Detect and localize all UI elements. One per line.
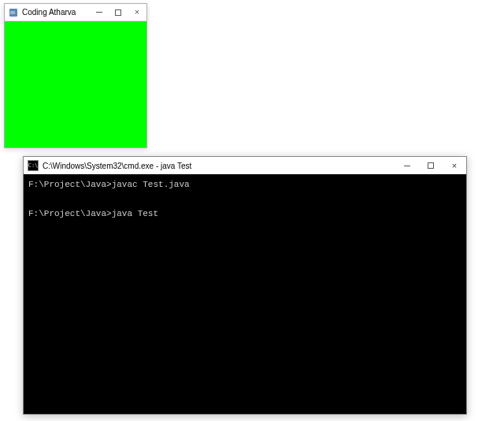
java-app-window: Coding Atharva ×: [4, 3, 147, 148]
cmd-line-blank: [28, 192, 461, 207]
cmd-window: C:\ C:\Windows\System32\cmd.exe - java T…: [23, 156, 467, 415]
cmd-app-icon: C:\: [28, 160, 39, 171]
cmd-terminal[interactable]: F:\Project\Java>javac Test.java F:\Proje…: [24, 174, 466, 414]
svg-rect-0: [9, 9, 17, 17]
cmd-command: java Test: [112, 209, 158, 218]
java-app-icon: [8, 7, 19, 18]
cmd-prompt: F:\Project\Java>: [28, 180, 112, 189]
cmd-window-title: C:\Windows\System32\cmd.exe - java Test: [43, 162, 395, 170]
cmd-command: javac Test.java: [112, 180, 190, 189]
java-window-title: Coding Atharva: [22, 8, 90, 17]
maximize-button[interactable]: [109, 4, 128, 20]
java-content-panel: [5, 21, 146, 147]
cmd-line: F:\Project\Java>javac Test.java: [28, 177, 461, 192]
cmd-titlebar[interactable]: C:\ C:\Windows\System32\cmd.exe - java T…: [24, 157, 466, 174]
close-button[interactable]: ×: [443, 157, 466, 174]
minimize-button[interactable]: [90, 4, 109, 20]
cmd-line: F:\Project\Java>java Test: [28, 207, 461, 222]
cmd-prompt: F:\Project\Java>: [28, 209, 112, 218]
java-window-controls: ×: [90, 4, 146, 20]
maximize-button[interactable]: [419, 157, 443, 174]
cmd-window-controls: ×: [395, 157, 466, 174]
close-button[interactable]: ×: [128, 4, 146, 20]
minimize-button[interactable]: [395, 157, 419, 174]
java-titlebar[interactable]: Coding Atharva ×: [5, 4, 146, 21]
